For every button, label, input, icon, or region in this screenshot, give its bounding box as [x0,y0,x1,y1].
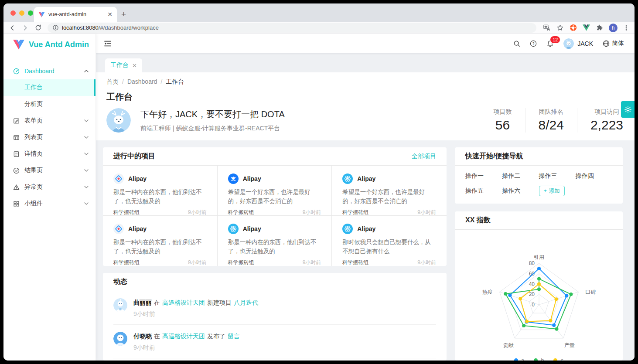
extension-adblock-icon[interactable] [570,24,577,31]
feed-user-name[interactable]: 付晓晓 [133,333,152,340]
feed-user-name[interactable]: 曲丽丽 [133,299,152,306]
project-group-link[interactable]: 科学搬砖组 [228,209,254,216]
project-group-link[interactable]: 科学搬砖组 [113,209,140,216]
browser-menu-icon[interactable] [623,25,629,31]
alipay-logo-icon: 支 [228,173,239,184]
help-icon[interactable]: ? [530,40,537,47]
feed-group-link[interactable]: 高逼格设计天团 [162,333,205,340]
feed-target-link[interactable]: 留言 [228,333,240,340]
all-projects-link[interactable]: 全部项目 [412,153,436,160]
project-card[interactable]: Alipay 那是一种内在的东西，他们到达不了，也无法触及的 科学搬砖组9小时前 [218,216,332,266]
quick-link-5[interactable]: 操作五 [465,187,502,195]
feed-item: 付晓晓在高逼格设计天团发布了留言 9小时前 [113,325,436,358]
maximize-window-button[interactable] [28,10,33,16]
sidebar-item-form[interactable]: 表单页 [3,112,96,129]
quick-link-1[interactable]: 操作一 [465,172,502,180]
sidebar-item-exception[interactable]: 异常页 [3,179,96,195]
feed-item: 曲丽丽在高逼格设计天团新建项目八月迭代 9小时前 [113,291,436,325]
svg-text:?: ? [532,41,535,46]
legend-item[interactable]: a [514,357,524,361]
chevron-down-icon [84,186,89,188]
page-tab-workplace[interactable]: 工作台 ✕ [105,58,142,72]
project-card[interactable]: 支Alipay 希望是一个好东西，也许是最好的，好东西是不会消亡的 科学搬砖组9… [218,166,332,216]
extensions-puzzle-icon[interactable] [596,24,603,31]
project-card[interactable]: Alipay 那是一种内在的东西，他们到达不了，也无法触及的 科学搬砖组9小时前 [103,216,218,266]
sidebar-item-label: 表单页 [24,117,43,125]
project-group-link[interactable]: 科学搬砖组 [113,259,140,266]
quick-nav-card: 快速开始/便捷导航 操作一 操作二 操作三 操作四 操作五 操作六 +添加 [455,147,623,204]
sidebar-item-workplace[interactable]: 工作台 [3,79,96,96]
browser-tab[interactable]: vue-antd-admin ✕ [34,7,117,22]
quick-link-2[interactable]: 操作二 [502,172,539,180]
breadcrumb-dashboard[interactable]: Dashboard [127,78,157,85]
sidebar-item-analysis[interactable]: 分析页 [3,96,96,112]
browser-tabstrip: vue-antd-admin ✕ + [3,3,635,22]
page-tab-close-icon[interactable]: ✕ [132,62,137,69]
project-group-link[interactable]: 科学搬砖组 [228,259,254,266]
translate-icon[interactable] [543,24,551,31]
sidebar-collapse-icon[interactable] [104,40,112,47]
reload-button[interactable] [35,24,41,31]
back-button[interactable] [9,24,16,31]
projects-title: 进行中的项目 [113,152,155,161]
language-label: 简体 [612,40,624,48]
add-button[interactable]: +添加 [539,186,565,196]
breadcrumb: 首页/Dashboard/工作台 [106,78,624,86]
notifications-bell-icon[interactable]: 12 [546,40,554,48]
sidebar-item-list[interactable]: 列表页 [3,129,96,146]
project-card[interactable]: Alipay 那是一种内在的东西，他们到达不了，也无法触及的 科学搬砖组9小时前 [103,166,218,216]
screenshot-stage: vue-antd-admin ✕ + localhost:8080/#/dash… [0,0,638,364]
tab-close-icon[interactable]: ✕ [107,11,113,18]
search-icon[interactable] [513,40,520,47]
user-menu[interactable]: JACK [563,38,593,49]
sidebar-item-result[interactable]: 结果页 [3,162,96,179]
project-card[interactable]: Alipay 那时候我只会想自己想要什么，从不想自己拥有什么 科学搬砖组9小时前 [332,216,447,266]
feed-user-avatar[interactable] [113,298,127,312]
close-window-button[interactable] [10,10,16,16]
minimize-window-button[interactable] [19,10,24,16]
legend-item[interactable]: c [553,357,563,361]
sidebar-item-dashboard[interactable]: Dashboard [3,63,96,79]
quick-link-3[interactable]: 操作三 [539,172,576,180]
traffic-lights [10,10,33,16]
sidebar-item-widgets[interactable]: 小组件 [3,195,96,212]
stat-team-rank: 团队排名 8/24 [525,108,577,133]
browser-window: vue-antd-admin ✕ + localhost:8080/#/dash… [3,3,635,361]
gear-icon [624,105,632,113]
quick-link-4[interactable]: 操作四 [576,172,612,180]
project-card[interactable]: Alipay 希望是一个好东西，也许是最好的，好东西是不会消亡的 科学搬砖组9小… [332,166,447,216]
feed-time: 9小时前 [133,310,260,318]
extension-vue-devtools-icon[interactable] [583,24,590,31]
svg-text:支: 支 [230,176,236,181]
app-logo[interactable]: Vue Antd Admin [3,34,96,55]
language-switcher[interactable]: 简体 [603,40,624,48]
project-group-link[interactable]: 科学搬砖组 [342,209,368,216]
sidebar-item-detail[interactable]: 详情页 [3,146,96,162]
breadcrumb-home[interactable]: 首页 [106,78,119,85]
page-title: 工作台 [106,91,624,103]
site-info-icon[interactable] [53,25,58,31]
quick-link-6[interactable]: 操作六 [502,187,539,195]
header-stats: 项目数 56 团队排名 8/24 项目访问 2,223 [481,108,624,133]
feed-user-avatar[interactable] [113,332,127,346]
chevron-up-icon [84,70,89,72]
favicon-vue-icon [38,12,45,17]
sidebar-item-label: 详情页 [24,150,43,158]
quick-nav-title: 快速开始/便捷导航 [465,152,523,161]
check-circle-icon [13,167,20,174]
browser-profile-avatar[interactable]: h [609,24,618,32]
form-icon [13,118,20,124]
feed-group-link[interactable]: 高逼格设计天团 [162,299,205,306]
legend-item[interactable]: b [534,357,544,361]
svg-text:口碑: 口碑 [585,289,596,295]
bookmark-star-icon[interactable] [556,24,564,31]
address-bar[interactable]: localhost:8080/#/dashboard/workplace [48,23,536,33]
project-group-link[interactable]: 科学搬砖组 [342,259,368,266]
user-avatar-large [106,108,131,133]
feed-title: 动态 [113,277,127,286]
forward-button[interactable] [22,24,29,31]
new-tab-button[interactable]: + [121,10,126,19]
page-tab-label: 工作台 [110,61,129,69]
theme-settings-button[interactable] [621,101,635,118]
feed-target-link[interactable]: 八月迭代 [234,299,258,306]
